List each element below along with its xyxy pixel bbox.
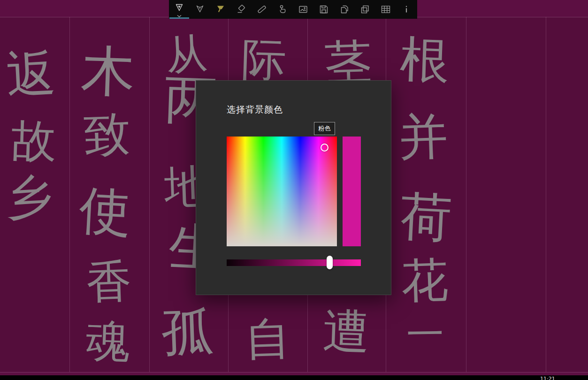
- app-window: 返 故 乡 木 致 使 香 魂 从 两 地 生 孤 际 自 茎 遭 根 并 荷 …: [0, 0, 588, 380]
- eraser-icon: [236, 4, 247, 15]
- ink-character: 孤: [160, 304, 215, 359]
- tool-touch-button[interactable]: [272, 0, 293, 19]
- tool-copy-button[interactable]: [334, 0, 355, 19]
- info-icon: [401, 4, 412, 15]
- tool-grid-button[interactable]: [375, 0, 396, 19]
- ink-character: 木: [80, 44, 136, 99]
- ruler-icon: [256, 4, 267, 15]
- selected-tool-indicator: [169, 17, 189, 19]
- tool-ballpoint-pen-button[interactable]: [169, 0, 190, 19]
- save-icon: [318, 4, 329, 15]
- paper-column-line: [546, 17, 546, 372]
- dialog-title: 选择背景颜色: [227, 104, 283, 116]
- ink-character: 香: [85, 258, 132, 304]
- value-slider-thumb[interactable]: [327, 256, 333, 269]
- ballpoint-pen-icon: [174, 2, 185, 14]
- ink-character: 使: [78, 184, 132, 238]
- ink-character: 并: [398, 112, 449, 163]
- background-color-dialog: 选择背景颜色 粉色: [196, 80, 391, 295]
- selected-color-preview: [343, 137, 361, 246]
- tool-duplicate-page-button[interactable]: [355, 0, 375, 19]
- touch-icon: [277, 4, 288, 15]
- tool-save-button[interactable]: [313, 0, 334, 19]
- tool-info-button[interactable]: [396, 0, 417, 19]
- ink-character: 根: [399, 35, 451, 86]
- copy-icon: [339, 4, 350, 15]
- color-name-tooltip: 粉色: [314, 122, 335, 135]
- tool-eraser-button[interactable]: [231, 0, 252, 19]
- ink-character: 乡: [5, 173, 53, 221]
- ink-character: 际: [240, 37, 287, 83]
- duplicate-page-icon: [359, 4, 371, 15]
- tool-highlighter-button[interactable]: [210, 0, 231, 19]
- value-slider-track[interactable]: [227, 259, 361, 266]
- paper-footer-band: [0, 372, 588, 375]
- ink-character: 致: [83, 110, 131, 159]
- pencil-icon: [194, 4, 206, 15]
- tool-insert-image-button[interactable]: [293, 0, 313, 19]
- insert-image-icon: [298, 4, 309, 15]
- ink-character: 一: [406, 315, 444, 353]
- paper-column-line: [149, 17, 150, 372]
- paper-rule-line: [0, 372, 588, 372]
- ink-character: 自: [244, 315, 290, 362]
- paper-column-line: [69, 17, 70, 372]
- ink-character: 花: [400, 256, 449, 304]
- ink-character: 茎: [324, 38, 372, 86]
- tool-ruler-button[interactable]: [252, 0, 272, 19]
- ink-character: 荷: [399, 190, 453, 244]
- color-spectrum[interactable]: [227, 137, 337, 246]
- paper-column-line: [466, 17, 466, 372]
- toolbar: [169, 0, 417, 19]
- ink-character: 遭: [322, 307, 370, 356]
- spectrum-selector-ring[interactable]: [321, 144, 328, 152]
- taskbar-clock[interactable]: 11:21: [540, 376, 555, 380]
- ink-character: 返: [5, 48, 57, 100]
- tool-pencil-button[interactable]: [190, 0, 210, 19]
- taskbar: 11:21: [0, 375, 588, 380]
- highlighter-icon: [215, 4, 226, 15]
- grid-icon: [380, 4, 391, 15]
- ink-character: 故: [10, 117, 57, 164]
- ink-character: 魂: [84, 318, 131, 364]
